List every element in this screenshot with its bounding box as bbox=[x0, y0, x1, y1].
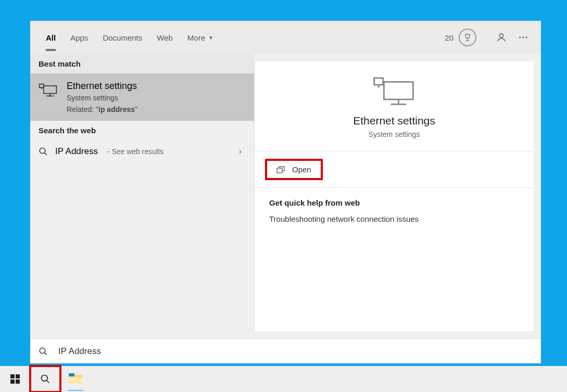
svg-rect-4 bbox=[44, 86, 57, 94]
tab-apps-label: Apps bbox=[70, 33, 88, 42]
windows-logo-icon bbox=[10, 374, 20, 384]
tab-all[interactable]: All bbox=[39, 21, 63, 54]
search-bar bbox=[30, 338, 541, 363]
search-icon bbox=[40, 374, 51, 384]
chevron-right-icon: › bbox=[239, 147, 246, 156]
tab-more-label: More bbox=[187, 33, 205, 42]
svg-rect-19 bbox=[10, 374, 15, 378]
svg-point-0 bbox=[499, 34, 503, 37]
open-external-icon bbox=[276, 166, 285, 173]
best-match-header: Best match bbox=[30, 54, 254, 73]
web-search-result[interactable]: IP Address - See web results › bbox=[30, 140, 254, 163]
preview-panel: Ethernet settings System settings Open G… bbox=[254, 61, 534, 331]
svg-rect-21 bbox=[10, 380, 15, 384]
search-icon bbox=[39, 147, 48, 156]
taskbar-search-button[interactable] bbox=[30, 366, 60, 392]
preview-title: Ethernet settings bbox=[265, 115, 523, 127]
best-match-related: Related: "ip address" bbox=[67, 105, 137, 113]
chevron-down-icon: ▼ bbox=[208, 35, 213, 41]
svg-point-3 bbox=[526, 37, 527, 39]
tab-documents[interactable]: Documents bbox=[95, 21, 149, 54]
svg-point-23 bbox=[42, 375, 48, 382]
quick-help-title: Get quick help from web bbox=[269, 198, 519, 207]
open-button-label: Open bbox=[292, 165, 311, 174]
more-options-icon[interactable] bbox=[514, 28, 533, 47]
search-input[interactable] bbox=[58, 346, 533, 357]
svg-rect-22 bbox=[16, 380, 20, 384]
rewards-count: 20 bbox=[445, 33, 453, 42]
tab-more[interactable]: More▼ bbox=[180, 21, 221, 54]
svg-line-10 bbox=[44, 153, 47, 155]
open-button[interactable]: Open bbox=[265, 159, 323, 180]
svg-point-1 bbox=[519, 37, 521, 39]
search-web-header: Search the web bbox=[30, 121, 254, 140]
best-match-subtitle: System settings bbox=[67, 94, 137, 102]
svg-rect-16 bbox=[277, 168, 282, 173]
troubleshoot-link[interactable]: Troubleshooting network connection issue… bbox=[269, 214, 519, 223]
start-button[interactable] bbox=[0, 366, 30, 392]
taskbar bbox=[0, 366, 567, 392]
preview-subtitle: System settings bbox=[265, 130, 523, 138]
web-search-query: IP Address bbox=[55, 146, 98, 157]
search-icon bbox=[39, 347, 48, 356]
tab-web[interactable]: Web bbox=[149, 21, 180, 54]
svg-rect-7 bbox=[40, 84, 44, 88]
svg-point-9 bbox=[40, 148, 45, 154]
best-match-title: Ethernet settings bbox=[67, 81, 137, 92]
file-explorer-button[interactable] bbox=[60, 366, 91, 392]
tab-apps[interactable]: Apps bbox=[63, 21, 95, 54]
svg-rect-20 bbox=[16, 374, 20, 378]
ethernet-settings-icon bbox=[39, 83, 57, 97]
search-tabs: All Apps Documents Web More▼ 20 bbox=[30, 21, 541, 54]
svg-rect-14 bbox=[374, 78, 383, 85]
svg-point-17 bbox=[40, 348, 45, 353]
tab-documents-label: Documents bbox=[103, 33, 142, 42]
ethernet-settings-large-icon bbox=[371, 77, 418, 106]
windows-search-panel: All Apps Documents Web More▼ 20 Best mat… bbox=[30, 21, 541, 363]
file-explorer-icon bbox=[69, 373, 82, 385]
svg-rect-27 bbox=[69, 377, 82, 384]
tab-web-label: Web bbox=[157, 33, 173, 42]
rewards-trophy-icon[interactable] bbox=[459, 29, 476, 46]
svg-rect-26 bbox=[69, 373, 74, 376]
svg-point-2 bbox=[523, 37, 524, 39]
web-search-see-results: - See web results bbox=[107, 147, 163, 156]
svg-line-24 bbox=[47, 381, 49, 383]
best-match-result[interactable]: Ethernet settings System settings Relate… bbox=[30, 73, 254, 121]
svg-rect-11 bbox=[384, 82, 413, 99]
results-column: Best match Ethernet settings System sett… bbox=[30, 54, 254, 338]
svg-line-18 bbox=[44, 352, 47, 355]
tab-all-label: All bbox=[46, 33, 56, 42]
account-icon[interactable] bbox=[492, 28, 511, 47]
